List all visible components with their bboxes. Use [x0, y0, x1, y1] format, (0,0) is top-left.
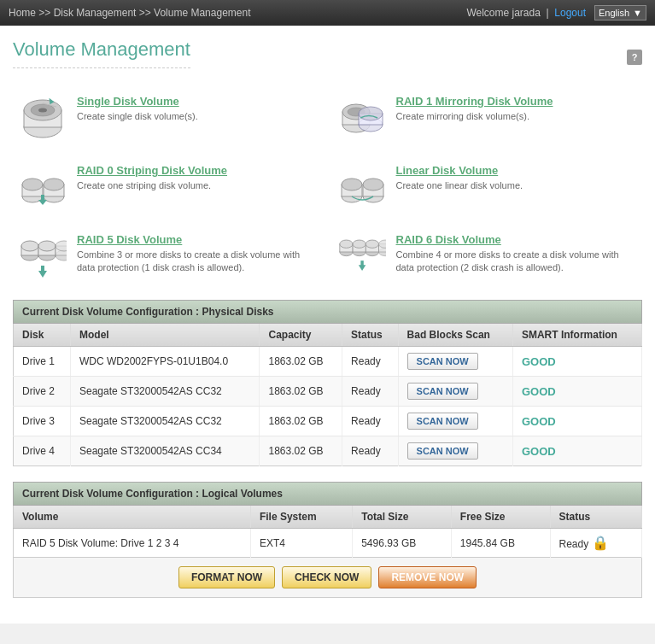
- scan-now-button[interactable]: SCAN NOW: [407, 383, 478, 400]
- status-cell: Ready: [342, 377, 398, 407]
- svg-point-48: [366, 240, 378, 248]
- col-model: Model: [71, 324, 260, 347]
- scan-now-button[interactable]: SCAN NOW: [407, 413, 478, 430]
- raid6-info: RAID 6 Disk Volume Combine 4 or more dis…: [396, 233, 636, 275]
- capacity-cell: 1863.02 GB: [260, 347, 342, 377]
- raid5-desc: Combine 3 or more disks to create a disk…: [77, 249, 317, 275]
- smart-status: GOOD: [522, 445, 556, 458]
- action-buttons-row: FORMAT NOW CHECK NOW REMOVE NOW: [13, 558, 642, 598]
- single-disk-icon: [20, 95, 67, 142]
- svg-rect-39: [41, 266, 44, 272]
- main-content: Volume Management ? Single Disk Volume C…: [0, 26, 655, 624]
- linear-info: Linear Disk Volume Create one linear dis…: [396, 164, 523, 192]
- col-fs: File System: [250, 506, 352, 529]
- svg-marker-20: [38, 200, 47, 205]
- smart-cell: GOOD: [512, 377, 641, 407]
- free-size-cell: 1945.84 GB: [451, 529, 550, 558]
- logical-section-header: Current Disk Volume Configuration : Logi…: [13, 482, 642, 506]
- page-title: Volume Management: [13, 38, 190, 68]
- smart-cell: GOOD: [512, 347, 641, 377]
- volume-type-grid: Single Disk Volume Create single disk vo…: [13, 88, 642, 287]
- model-cell: Seagate ST32000542AS CC32: [71, 407, 260, 436]
- col-disk: Disk: [14, 324, 71, 347]
- scan-cell: SCAN NOW: [398, 377, 512, 407]
- format-now-button[interactable]: FORMAT NOW: [178, 566, 275, 588]
- svg-point-24: [342, 179, 362, 190]
- disk-cell: Drive 4: [14, 436, 71, 466]
- svg-point-34: [38, 241, 56, 251]
- scan-now-button[interactable]: SCAN NOW: [407, 353, 478, 370]
- capacity-cell: 1863.02 GB: [260, 377, 342, 407]
- status-cell: Ready: [342, 347, 398, 377]
- svg-rect-21: [41, 195, 44, 200]
- model-cell: Seagate ST32000542AS CC34: [71, 436, 260, 466]
- disk-cell: Drive 3: [14, 407, 71, 436]
- smart-status: GOOD: [522, 355, 556, 368]
- table-row: RAID 5 Disk Volume: Drive 1 2 3 4 EXT4 5…: [14, 529, 642, 558]
- logical-table-header-row: Volume File System Total Size Free Size …: [14, 506, 642, 529]
- disk-cell: Drive 2: [14, 377, 71, 407]
- model-cell: Seagate ST32000542AS CC32: [71, 377, 260, 407]
- svg-point-4: [38, 108, 47, 113]
- status-cell: Ready: [342, 407, 398, 436]
- raid6-icon: [339, 233, 386, 280]
- capacity-cell: 1863.02 GB: [260, 436, 342, 466]
- remove-now-button[interactable]: REMOVE NOW: [378, 566, 477, 588]
- raid0-desc: Create one striping disk volume.: [77, 179, 227, 192]
- raid0-title[interactable]: RAID 0 Striping Disk Volume: [77, 164, 227, 177]
- scan-cell: SCAN NOW: [398, 407, 512, 436]
- svg-point-16: [22, 179, 43, 190]
- svg-marker-52: [358, 265, 365, 271]
- linear-title[interactable]: Linear Disk Volume: [396, 164, 523, 177]
- scan-now-button[interactable]: SCAN NOW: [407, 442, 478, 460]
- physical-section-header: Current Disk Volume Configuration : Phys…: [13, 300, 642, 324]
- welcome-text: Welcome jarada | Logout: [466, 7, 586, 19]
- check-now-button[interactable]: CHECK NOW: [282, 566, 371, 588]
- raid0-info: RAID 0 Striping Disk Volume Create one s…: [77, 164, 227, 192]
- raid1-desc: Create mirroring disk volume(s).: [396, 110, 553, 123]
- svg-point-31: [21, 241, 38, 251]
- volume-type-raid6[interactable]: RAID 6 Disk Volume Combine 4 or more dis…: [332, 226, 643, 287]
- col-total-size: Total Size: [353, 506, 452, 529]
- model-cell: WDC WD2002FYPS-01U1B04.0: [71, 347, 260, 377]
- svg-marker-38: [38, 271, 47, 278]
- language-selector[interactable]: English ▼: [594, 5, 646, 20]
- volume-type-linear[interactable]: Linear Disk Volume Create one linear dis…: [332, 157, 643, 218]
- table-row: Drive 3 Seagate ST32000542AS CC32 1863.0…: [14, 407, 642, 436]
- raid5-title[interactable]: RAID 5 Disk Volume: [77, 233, 317, 246]
- volume-type-raid5[interactable]: RAID 5 Disk Volume Combine 3 or more dis…: [13, 226, 324, 287]
- log-status-cell: Ready 🔒: [550, 529, 642, 558]
- fs-cell: EXT4: [250, 529, 352, 558]
- col-capacity: Capacity: [260, 324, 342, 347]
- svg-point-45: [353, 240, 366, 248]
- col-smart: SMART Information: [512, 324, 641, 347]
- chevron-down-icon: ▼: [633, 8, 642, 18]
- raid0-icon: [20, 164, 67, 211]
- svg-point-13: [359, 107, 383, 120]
- svg-point-27: [363, 179, 383, 190]
- table-row: Drive 4 Seagate ST32000542AS CC34 1863.0…: [14, 436, 642, 466]
- volume-cell: RAID 5 Disk Volume: Drive 1 2 3 4: [14, 529, 251, 558]
- smart-cell: GOOD: [512, 436, 641, 466]
- volume-type-raid1[interactable]: RAID 1 Mirroring Disk Volume Create mirr…: [332, 88, 643, 149]
- volume-type-single[interactable]: Single Disk Volume Create single disk vo…: [13, 88, 324, 149]
- scan-cell: SCAN NOW: [398, 436, 512, 466]
- raid1-title[interactable]: RAID 1 Mirroring Disk Volume: [396, 95, 553, 108]
- col-status: Status: [342, 324, 398, 347]
- single-disk-title[interactable]: Single Disk Volume: [77, 95, 198, 108]
- linear-desc: Create one linear disk volume.: [396, 179, 523, 192]
- raid6-title[interactable]: RAID 6 Disk Volume: [396, 233, 636, 246]
- raid5-icon: [20, 233, 67, 280]
- help-icon[interactable]: ?: [627, 50, 642, 65]
- logout-link[interactable]: Logout: [554, 7, 586, 19]
- raid6-desc: Combine 4 or more disks to create a disk…: [396, 249, 636, 275]
- svg-point-19: [44, 179, 64, 190]
- total-size-cell: 5496.93 GB: [353, 529, 452, 558]
- scan-cell: SCAN NOW: [398, 347, 512, 377]
- raid1-info: RAID 1 Mirroring Disk Volume Create mirr…: [396, 95, 553, 123]
- svg-point-42: [339, 240, 352, 248]
- volume-type-raid0[interactable]: RAID 0 Striping Disk Volume Create one s…: [13, 157, 324, 218]
- col-bad-blocks: Bad Blocks Scan: [398, 324, 512, 347]
- single-disk-info: Single Disk Volume Create single disk vo…: [77, 95, 198, 123]
- svg-rect-53: [360, 261, 363, 266]
